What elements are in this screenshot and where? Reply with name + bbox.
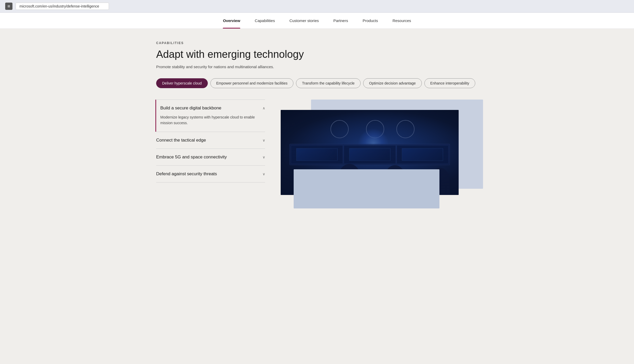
filter-btn-deliver[interactable]: Deliver hyperscale cloud (156, 78, 208, 88)
image-bottom-rect (294, 169, 439, 208)
accordion-item-security[interactable]: Defend against security threats∨ (156, 165, 265, 183)
nav-item-overview[interactable]: Overview (216, 13, 247, 29)
main-nav: OverviewCapabilitiesCustomer storiesPart… (0, 13, 634, 29)
accordion-chevron-5g: ∨ (263, 155, 265, 159)
section-title: Adapt with emerging technology (156, 48, 483, 60)
accordion-title-5g: Embrace 5G and space connectivity (156, 155, 227, 160)
section-description: Promote stability and security for natio… (156, 65, 483, 69)
filter-btn-enhance[interactable]: Enhance interoperability (424, 78, 475, 88)
nav-item-capabilities[interactable]: Capabilities (247, 13, 282, 29)
accordion-header-tactical[interactable]: Connect the tactical edge∨ (156, 138, 265, 143)
content-area: Build a secure digital backbone∧Moderniz… (156, 100, 483, 208)
filter-btn-transform[interactable]: Transform the capability lifecycle (296, 78, 361, 88)
accordion-chevron-security: ∨ (263, 172, 265, 176)
filter-btn-optimize[interactable]: Optimize decision advantage (363, 78, 422, 88)
filter-btn-empower[interactable]: Empower personnel and modernize faciliti… (210, 78, 294, 88)
accordion-chevron-tactical: ∨ (263, 138, 265, 142)
nav-item-products[interactable]: Products (355, 13, 385, 29)
accordion-title-security: Defend against security threats (156, 171, 217, 177)
accordion-chevron-backbone: ∧ (263, 106, 265, 110)
main-content: CAPABILITIES Adapt with emerging technol… (135, 29, 499, 224)
browser-icon: ⊞ (5, 3, 12, 10)
accordion-title-backbone: Build a secure digital backbone (160, 106, 221, 111)
filter-buttons: Deliver hyperscale cloudEmpower personne… (156, 78, 483, 88)
accordion-title-tactical: Connect the tactical edge (156, 138, 206, 143)
nav-item-partners[interactable]: Partners (326, 13, 355, 29)
nav-item-customer-stories[interactable]: Customer stories (282, 13, 326, 29)
accordion-body-backbone: Modernize legacy systems with hyperscale… (160, 114, 265, 126)
accordion-header-security[interactable]: Defend against security threats∨ (156, 171, 265, 177)
browser-bar: ⊞ microsoft.com/en-us/industry/defense-i… (0, 0, 634, 13)
accordion-item-tactical[interactable]: Connect the tactical edge∨ (156, 132, 265, 149)
accordion-header-backbone[interactable]: Build a secure digital backbone∧ (160, 106, 265, 111)
section-label: CAPABILITIES (156, 41, 483, 45)
accordion: Build a secure digital backbone∧Moderniz… (156, 100, 265, 183)
address-bar[interactable]: microsoft.com/en-us/industry/defense-int… (16, 3, 109, 10)
accordion-item-5g[interactable]: Embrace 5G and space connectivity∨ (156, 149, 265, 165)
accordion-header-5g[interactable]: Embrace 5G and space connectivity∨ (156, 155, 265, 160)
image-area (281, 100, 483, 208)
nav-item-resources[interactable]: Resources (385, 13, 418, 29)
accordion-item-backbone[interactable]: Build a secure digital backbone∧Moderniz… (155, 100, 265, 132)
